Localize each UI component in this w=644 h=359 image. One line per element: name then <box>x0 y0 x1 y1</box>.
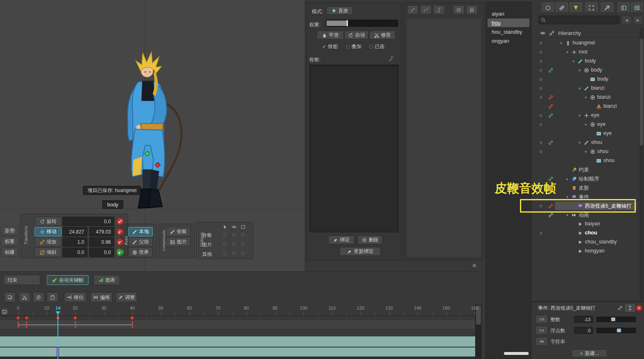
tree-row-body[interactable]: body <box>531 75 640 84</box>
filter-button[interactable] <box>570 2 582 13</box>
shear-value-y[interactable]: 0.0 <box>89 248 114 257</box>
dopesheet-row-empty[interactable] <box>0 329 475 336</box>
expander-down-icon[interactable]: ▾ <box>573 59 575 64</box>
bezier-curve-button[interactable] <box>420 5 432 14</box>
prop-value[interactable]: -13 <box>574 316 593 323</box>
offset-button[interactable]: 偏移 <box>90 292 113 302</box>
tree-row-hongyan[interactable]: hongyan <box>531 247 640 256</box>
weights-自动-button[interactable]: 自动 <box>345 31 368 39</box>
option-toggle[interactable] <box>242 243 244 246</box>
scalei-value-x[interactable]: 1.0 <box>62 237 87 247</box>
pick-icon[interactable] <box>388 56 394 61</box>
paste-button[interactable] <box>47 292 58 302</box>
tab-pose[interactable]: 姿势 <box>1 226 18 236</box>
search-box[interactable] <box>538 16 620 24</box>
expander-down-icon[interactable]: ▾ <box>579 68 581 73</box>
layout-left-button[interactable] <box>618 2 630 13</box>
tool-scalei-button[interactable]: 缩放 <box>34 237 62 247</box>
menu-icon[interactable]: ≡ <box>472 262 476 269</box>
keyframe-bar[interactable] <box>26 322 27 328</box>
option-toggle[interactable] <box>232 243 235 246</box>
visibility-dot[interactable] <box>540 60 542 63</box>
ruler-button[interactable] <box>556 2 568 13</box>
tree-row-约束[interactable]: 约束 <box>531 165 640 174</box>
layout-right-button[interactable] <box>631 2 643 13</box>
keyframe-bar[interactable] <box>18 322 19 328</box>
bind-button[interactable]: 绑定 <box>328 236 354 244</box>
weight-slider[interactable] <box>326 20 398 27</box>
radio-叠加[interactable]: 叠加 <box>346 43 361 50</box>
list-item-hou[interactable]: hou <box>488 19 529 27</box>
expander-down-icon[interactable]: ▾ <box>579 140 581 145</box>
playhead[interactable] <box>58 312 58 359</box>
list-item-hou_standby[interactable]: hou_standby <box>488 28 529 36</box>
prop-value[interactable]: 0 <box>574 327 593 334</box>
hierarchy-tree[interactable]: ▾huangmei▾root▾body▾bodybody▾bianzi▾bian… <box>531 39 640 257</box>
tab-create[interactable]: 创建 <box>1 248 18 257</box>
tree-row-bianzi[interactable]: ▾bianzi <box>531 84 640 93</box>
radio-已选[interactable]: 已选 <box>369 43 384 50</box>
list-item-ongyan[interactable]: ongyan <box>488 37 529 45</box>
shift-button[interactable]: 移位 <box>64 292 86 302</box>
tree-row-baiyan[interactable]: baiyan <box>531 220 640 229</box>
expander-down-icon[interactable]: ▾ <box>585 122 587 127</box>
axes-本地-button[interactable]: 本地 <box>128 227 153 236</box>
tool-move-button[interactable]: 移动 <box>34 227 62 236</box>
tree-row-bianzi[interactable]: ▾bianzi <box>531 93 640 102</box>
frame-view-button[interactable] <box>585 2 598 13</box>
option-toggle[interactable] <box>242 233 244 236</box>
loop-button[interactable] <box>1 308 8 315</box>
move-value-x[interactable]: 24.827 <box>62 227 87 236</box>
keyframe-diamond[interactable] <box>73 315 77 320</box>
prop-slider[interactable] <box>596 317 636 322</box>
option-toggle[interactable] <box>223 233 226 236</box>
prop-slider-thumb[interactable] <box>611 317 615 321</box>
weight-slider-thumb[interactable] <box>347 20 348 26</box>
graph-button[interactable]: 图表 <box>94 275 120 285</box>
delete-button[interactable]: 删除 <box>358 236 382 244</box>
end-button[interactable]: 结束 <box>3 275 40 285</box>
option-toggle[interactable] <box>232 252 235 255</box>
expander-down-icon[interactable]: ▾ <box>566 50 568 55</box>
visibility-dot[interactable] <box>540 151 542 153</box>
axes-父级-button[interactable]: 父级 <box>128 237 153 247</box>
expander-right-icon[interactable]: ▸ <box>566 176 568 181</box>
tree-row-eye[interactable]: eye <box>531 129 640 138</box>
expander-down-icon[interactable]: ▾ <box>585 95 587 100</box>
tree-row-root[interactable]: ▾root <box>531 48 640 57</box>
linear-curve-button[interactable] <box>407 5 419 14</box>
compensate-图片-button[interactable]: 图片 <box>166 237 191 247</box>
visibility-dot[interactable] <box>540 141 542 144</box>
settings-wrench-button[interactable] <box>601 2 613 13</box>
list-item-aiyan[interactable]: aiyan <box>488 9 529 18</box>
shear-value-x[interactable]: 0.0 <box>62 248 87 257</box>
visibility-dot[interactable] <box>540 123 542 126</box>
keyframe-diamond[interactable] <box>16 315 20 320</box>
scalei-value-y[interactable]: 0.96 <box>89 237 114 247</box>
weights-bones-list[interactable] <box>309 65 399 232</box>
remove-curve-button[interactable] <box>453 5 465 14</box>
keyframe-bar[interactable] <box>75 322 76 328</box>
timeline-track-deform[interactable] <box>0 336 475 347</box>
prop-slider[interactable] <box>596 328 636 333</box>
search-prev-button[interactable]: ◀ <box>621 16 632 24</box>
autokey-button[interactable]: 自动关键帧 <box>47 275 89 285</box>
expander-down-icon[interactable]: ▾ <box>585 149 587 154</box>
keyframe-diamond[interactable] <box>130 315 134 320</box>
option-toggle[interactable] <box>242 252 244 255</box>
move-value-y[interactable]: 479.03 <box>89 227 114 236</box>
visibility-dot[interactable] <box>540 232 542 234</box>
tool-rotate-button[interactable]: 旋转 <box>34 217 62 226</box>
expander-down-icon[interactable]: ▾ <box>566 213 568 218</box>
close-event-button[interactable]: × <box>636 305 642 311</box>
horizontal-scrollbar-thumb[interactable] <box>504 352 529 355</box>
hierarchy-scrollbar-thumb[interactable] <box>640 39 643 146</box>
tree-row-eye[interactable]: ▾eye <box>531 111 640 120</box>
keyframe-bar[interactable] <box>132 322 133 328</box>
keyframe-diamond[interactable] <box>24 315 29 320</box>
visibility-dot[interactable] <box>540 87 542 90</box>
visibility-dot[interactable] <box>540 42 542 44</box>
prop-slider-thumb[interactable] <box>617 329 621 332</box>
tree-row-chou[interactable]: chou <box>531 229 640 238</box>
curve-presets-button[interactable] <box>466 5 478 14</box>
